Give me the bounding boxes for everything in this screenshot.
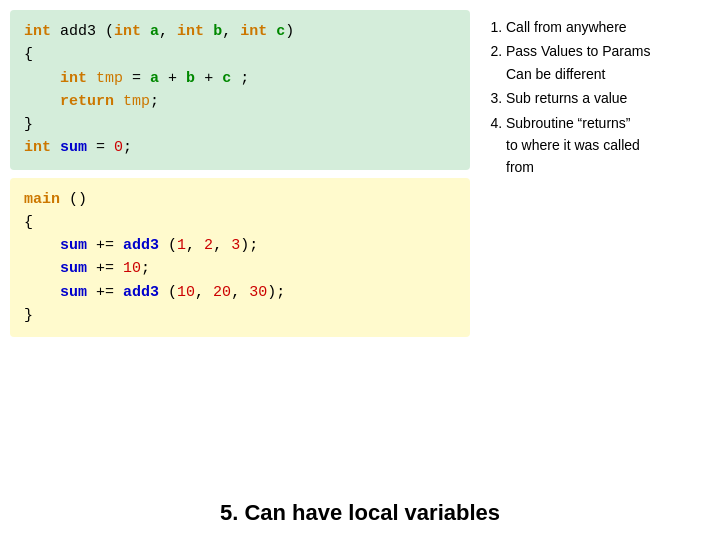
main-line-4: sum += 10; xyxy=(24,257,456,280)
code-line-2: { xyxy=(24,43,456,66)
main-content: int add3 (int a, int b, int c) { int tmp… xyxy=(10,10,710,492)
kw-return: return xyxy=(60,93,114,110)
note-3: Sub returns a value xyxy=(506,87,702,109)
main-line-5: sum += add3 (10, 20, 30); xyxy=(24,281,456,304)
note-4: Subroutine “returns” to where it was cal… xyxy=(506,112,702,179)
code-line-1: int add3 (int a, int b, int c) xyxy=(24,20,456,43)
main-line-3: sum += add3 (1, 2, 3); xyxy=(24,234,456,257)
ref-a: a xyxy=(150,70,159,87)
main-line-1: main () xyxy=(24,188,456,211)
kw-int-1: int xyxy=(24,23,51,40)
arg-20: 20 xyxy=(213,284,231,301)
param-b: b xyxy=(213,23,222,40)
call-add3-2: add3 xyxy=(123,284,159,301)
ref-b: b xyxy=(186,70,195,87)
num-10: 10 xyxy=(123,260,141,277)
arg-10: 10 xyxy=(177,284,195,301)
kw-int-4: int xyxy=(240,23,267,40)
code-line-3: int tmp = a + b + c ; xyxy=(24,67,456,90)
note-2: Pass Values to Params Can be different xyxy=(506,40,702,85)
param-a: a xyxy=(150,23,159,40)
ref-sum-3: sum xyxy=(60,284,87,301)
code-block-main: main () { sum += add3 (1, 2, 3); sum += … xyxy=(10,178,470,338)
note-1: Call from anywhere xyxy=(506,16,702,38)
var-tmp: tmp xyxy=(96,70,123,87)
ref-sum-1: sum xyxy=(60,237,87,254)
param-c: c xyxy=(276,23,285,40)
arg-30: 30 xyxy=(249,284,267,301)
kw-int-3: int xyxy=(177,23,204,40)
arg-1: 1 xyxy=(177,237,186,254)
kw-main: main xyxy=(24,191,60,208)
code-line-6: int sum = 0; xyxy=(24,136,456,159)
var-sum: sum xyxy=(60,139,87,156)
footer-title: 5. Can have local variables xyxy=(10,492,710,530)
right-panel: Call from anywhere Pass Values to Params… xyxy=(480,10,710,492)
code-line-4: return tmp; xyxy=(24,90,456,113)
fn-name: add3 ( xyxy=(60,23,114,40)
left-panel: int add3 (int a, int b, int c) { int tmp… xyxy=(10,10,470,492)
call-add3-1: add3 xyxy=(123,237,159,254)
kw-int-6: int xyxy=(24,139,51,156)
notes-list: Call from anywhere Pass Values to Params… xyxy=(488,16,702,179)
main-line-2: { xyxy=(24,211,456,234)
ref-sum-2: sum xyxy=(60,260,87,277)
num-0: 0 xyxy=(114,139,123,156)
code-block-definition: int add3 (int a, int b, int c) { int tmp… xyxy=(10,10,470,170)
ref-tmp: tmp xyxy=(123,93,150,110)
code-line-5: } xyxy=(24,113,456,136)
main-line-6: } xyxy=(24,304,456,327)
kw-int-2: int xyxy=(114,23,141,40)
arg-2: 2 xyxy=(204,237,213,254)
ref-c: c xyxy=(222,70,231,87)
kw-int-5: int xyxy=(60,70,87,87)
arg-3: 3 xyxy=(231,237,240,254)
